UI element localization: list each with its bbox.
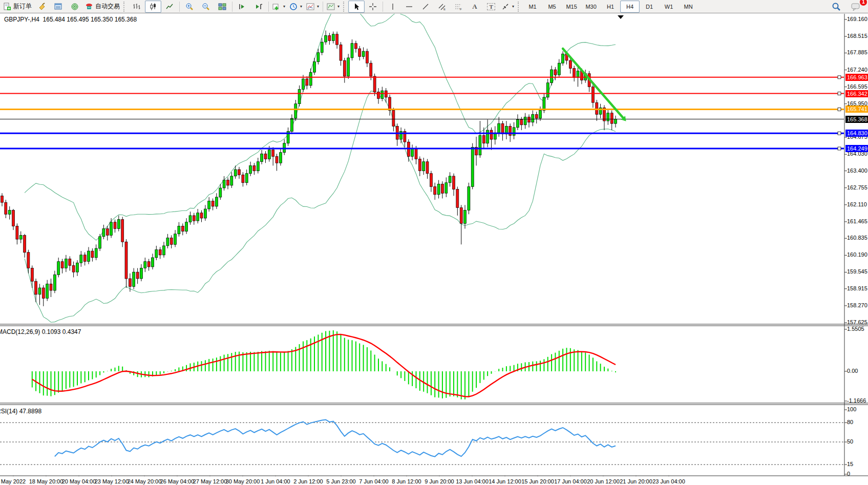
autotrading-button[interactable]: 自动交易	[83, 1, 122, 13]
trendline-button[interactable]	[417, 1, 434, 13]
price-tick-label: 167.240	[847, 67, 867, 73]
vertical-line-button[interactable]	[385, 1, 401, 13]
price-tick-label: 161.465	[847, 218, 867, 224]
price-tick-label: 160.835	[847, 235, 867, 241]
price-tick-label: 159.545	[847, 268, 867, 275]
candlestick-icon	[149, 3, 157, 11]
timeframe-m30-button[interactable]: M30	[581, 1, 601, 13]
data-window-button[interactable]	[67, 1, 83, 13]
chart-shift-button[interactable]	[250, 1, 267, 13]
timeframe-d1-button[interactable]: D1	[640, 1, 659, 13]
timeframe-group: M1M5M15M30H1H4D1W1MN	[523, 1, 698, 13]
hline-price-label: 165.741	[845, 106, 868, 113]
zoom-in-button[interactable]	[181, 1, 198, 13]
fibonacci-button[interactable]: F	[450, 1, 467, 13]
toolbar-grip	[123, 2, 126, 12]
quotes-button[interactable]	[34, 1, 50, 13]
crosshair-button[interactable]	[365, 1, 381, 13]
arrow-shapes-icon	[501, 3, 510, 11]
profiles-button[interactable]: ▾	[325, 1, 342, 13]
search-icon	[832, 2, 841, 11]
notifications-button[interactable]: 1	[848, 1, 864, 13]
cursor-button[interactable]	[348, 1, 365, 13]
time-axis-label: 20 May 04:00	[62, 478, 96, 484]
hline-price-label: 166.342	[845, 90, 868, 97]
price-tick-label: 163.400	[847, 167, 867, 174]
time-axis-label: 5 Jun 23:00	[326, 478, 356, 484]
autotrading-label: 自动交易	[95, 2, 120, 11]
bar-chart-button[interactable]	[129, 1, 145, 13]
fibonacci-icon: F	[454, 3, 462, 11]
channel-button[interactable]: E	[434, 1, 450, 13]
svg-text:E: E	[443, 8, 446, 11]
timeframe-h1-button[interactable]: H1	[601, 1, 620, 13]
candlestick-chart-button[interactable]	[145, 1, 161, 13]
toolbar-separator	[323, 2, 323, 12]
time-axis-label: 23 May 12:00	[95, 478, 129, 484]
chart-title: GBPJPY-,H4 165.484 165.495 165.350 165.3…	[4, 16, 137, 23]
chart-plot[interactable]	[0, 14, 868, 485]
timeframe-m5-button[interactable]: M5	[542, 1, 562, 13]
text-icon: A	[472, 3, 477, 11]
time-axis-label: 8 Jun 12:00	[392, 478, 421, 484]
trendline-icon	[421, 3, 430, 11]
tile-windows-button[interactable]	[214, 1, 230, 13]
search-button[interactable]	[828, 1, 844, 13]
auto-scroll-button[interactable]	[234, 1, 250, 13]
time-axis-label: 9 Jun 20:00	[425, 478, 454, 484]
time-axis-label: 14 Jun 12:00	[489, 478, 521, 484]
periods-button[interactable]: ▾	[287, 1, 304, 13]
add-indicator-icon	[272, 3, 281, 11]
new-order-label: 新订单	[13, 2, 32, 11]
timeframe-w1-button[interactable]: W1	[659, 1, 679, 13]
fibo-letter: F	[460, 8, 462, 11]
time-axis-label: 13 Jun 04:00	[456, 478, 489, 484]
radar-icon	[71, 3, 79, 11]
rsi-indicator-label: RSI(14) 47.8898	[0, 408, 41, 415]
price-tick-label: 162.755	[847, 184, 867, 191]
timeframe-m1-button[interactable]: M1	[523, 1, 542, 13]
tile-windows-icon	[218, 3, 226, 11]
time-axis-label: 18 May 20:00	[29, 478, 63, 484]
auto-scroll-icon	[238, 3, 246, 11]
timeframe-m15-button[interactable]: M15	[562, 1, 581, 13]
bar-chart-icon	[133, 3, 141, 11]
arrows-button[interactable]: ▾	[499, 1, 516, 13]
line-chart-button[interactable]	[161, 1, 178, 13]
toolbar-grip	[343, 2, 346, 12]
market-watch-button[interactable]	[50, 1, 67, 13]
price-tick-label: 168.515	[847, 33, 867, 39]
price-tick-label: 169.160	[847, 16, 867, 22]
price-tick-label: 158.270	[847, 302, 867, 308]
new-order-button[interactable]: 新订单	[1, 1, 34, 13]
chevron-down-icon: ▾	[337, 4, 340, 9]
zoom-out-button[interactable]	[198, 1, 214, 13]
toolbar: 新订单 自动交易 ▾ ▾	[0, 0, 868, 13]
chart-shift-icon	[255, 3, 263, 11]
toolbar-separator	[179, 2, 180, 12]
timeframe-mn-button[interactable]: MN	[679, 1, 698, 13]
text-label-button[interactable]: T	[483, 1, 499, 13]
text-button[interactable]: A	[467, 1, 483, 13]
templates-button[interactable]: ▾	[304, 1, 321, 13]
indicators-button[interactable]: ▾	[270, 1, 287, 13]
hline-price-label: 166.963	[845, 74, 868, 81]
chart-window: GBPJPY-,H4 165.484 165.495 165.350 165.3…	[0, 14, 868, 485]
hline-price-label: 164.830	[845, 130, 868, 137]
horizontal-line-button[interactable]	[401, 1, 417, 13]
hline-price-label: 164.249	[845, 145, 868, 152]
chevron-down-icon: ▾	[300, 4, 302, 9]
profile-chart-icon	[327, 3, 335, 11]
time-axis-label: May 2022	[1, 478, 26, 484]
rsi-scale-label: 50	[847, 438, 853, 445]
time-axis[interactable]: May 202218 May 20:0020 May 04:0023 May 1…	[0, 476, 868, 485]
current-price-label: 165.368	[845, 116, 868, 123]
toolbar-separator	[268, 2, 269, 12]
price-tick-label: 166.595	[847, 83, 867, 90]
line-chart-icon	[165, 3, 174, 11]
cursor-icon	[352, 3, 361, 11]
time-axis-label: 23 Jun 04:00	[652, 478, 685, 484]
timeframe-h4-button[interactable]: H4	[620, 1, 640, 13]
time-axis-label: 20 Jun 12:00	[587, 478, 620, 484]
market-watch-icon	[54, 3, 62, 11]
